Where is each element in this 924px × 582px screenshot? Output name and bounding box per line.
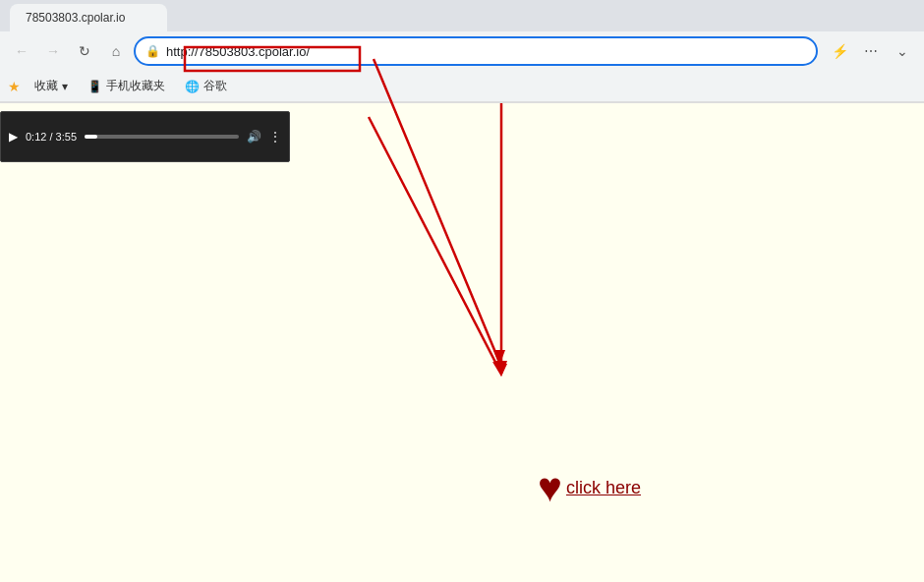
forward-button[interactable]: → [39, 37, 67, 65]
back-icon: ← [15, 43, 29, 59]
refresh-icon: ↻ [79, 43, 90, 59]
current-time: 0:12 [26, 131, 46, 143]
url-input[interactable] [166, 44, 806, 59]
back-button[interactable]: ← [8, 37, 35, 65]
svg-marker-2 [495, 361, 507, 377]
chrome-menu-button[interactable]: ⌄ [889, 37, 916, 65]
mobile-icon: 📱 [87, 80, 102, 93]
bookmark-mobile-label: 手机收藏夹 [106, 78, 165, 94]
heart-click-area[interactable]: ♥ click here [538, 467, 641, 508]
chevron-down-icon: ⌄ [896, 43, 908, 59]
svg-marker-4 [492, 362, 507, 377]
more-options-button[interactable]: ⋮ [269, 130, 281, 144]
active-tab[interactable]: 78503803.cpolar.io [10, 4, 167, 31]
globe-icon: 🌐 [185, 80, 200, 93]
total-time: 3:55 [56, 131, 77, 143]
refresh-button[interactable]: ↻ [71, 37, 98, 65]
bookmark-google-label: 谷歌 [203, 78, 227, 94]
bookmark-mobile[interactable]: 📱 手机收藏夹 [82, 76, 171, 96]
red-arrow-svg [0, 103, 924, 582]
tab-title: 78503803.cpolar.io [26, 11, 125, 25]
play-button[interactable]: ▶ [9, 130, 18, 144]
heart-icon: ♥ [538, 467, 562, 508]
volume-icon: 🔊 [247, 130, 261, 144]
click-here-text[interactable]: click here [566, 478, 641, 498]
bookmark-google[interactable]: 🌐 谷歌 [179, 76, 233, 96]
nav-right: ⚡ ⋯ ⌄ [826, 37, 916, 65]
video-player: ▶ 0:12 / 3:55 🔊 ⋮ [0, 111, 290, 162]
bookmark-star-icon: ★ [8, 79, 21, 94]
svg-line-6 [374, 103, 499, 362]
more-options-icon: ⋮ [269, 130, 281, 144]
arrow-annotation [0, 103, 924, 582]
progress-bar[interactable] [85, 135, 239, 139]
address-bar[interactable]: 🔒 [134, 36, 818, 66]
play-icon: ▶ [9, 130, 18, 144]
nav-bar: ← → ↻ ⌂ 🔒 ⚡ ⋯ ⌄ [0, 31, 924, 71]
bookmark-favorites-label: 收藏 [34, 78, 58, 94]
browser-chrome: 78503803.cpolar.io ← → ↻ ⌂ 🔒 ⚡ ⋯ [0, 0, 924, 103]
page-content: ▶ 0:12 / 3:55 🔊 ⋮ [0, 103, 924, 582]
cast-button[interactable]: ⚡ [826, 37, 853, 65]
lock-icon: 🔒 [145, 44, 160, 58]
home-button[interactable]: ⌂ [102, 37, 130, 65]
full-arrow-annotation [0, 103, 924, 582]
bookmark-favorites[interactable]: 收藏 ▾ [29, 76, 74, 96]
svg-marker-7 [493, 350, 505, 366]
forward-icon: → [46, 43, 60, 59]
progress-fill [85, 135, 97, 139]
volume-button[interactable]: 🔊 [247, 130, 261, 144]
bookmark-favorites-arrow: ▾ [62, 80, 68, 93]
bookmarks-bar: ★ 收藏 ▾ 📱 手机收藏夹 🌐 谷歌 [0, 71, 924, 102]
svg-line-3 [369, 117, 501, 374]
menu-button[interactable]: ⋯ [857, 37, 885, 65]
cast-icon: ⚡ [832, 43, 848, 59]
time-display: 0:12 / 3:55 [26, 131, 77, 143]
menu-icon: ⋯ [864, 43, 878, 59]
tab-bar: 78503803.cpolar.io [0, 0, 924, 31]
home-icon: ⌂ [112, 43, 120, 59]
